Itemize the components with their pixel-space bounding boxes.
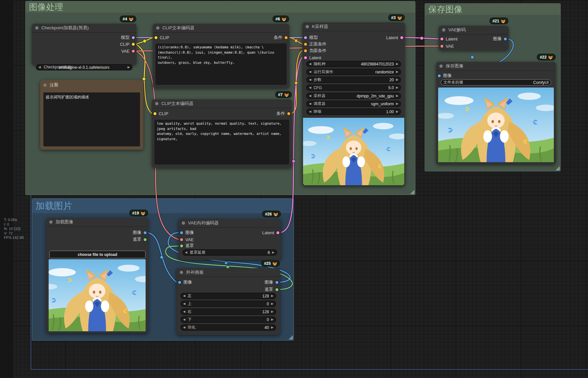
seed-widget[interactable]: ◀ 随机种 480298847012023 ▶: [306, 61, 401, 67]
node-clip-text-encode-negative[interactable]: #7 CLIP文本编码器 CLIP 条件 low quality, worst …: [152, 99, 292, 168]
latent-port-icon[interactable]: [304, 56, 307, 59]
decrement-arrow-icon[interactable]: ◀: [309, 70, 311, 73]
input-slot-latent[interactable]: Latent: [304, 54, 321, 61]
positive-prompt-textarea[interactable]: (ciloranko:0.8), sakyumama (kedama milk)…: [155, 43, 287, 85]
input-slot-image[interactable]: 图像: [438, 72, 452, 79]
output-slot-image[interactable]: 图像: [133, 229, 147, 236]
decrement-arrow-icon[interactable]: ◀: [183, 310, 185, 313]
input-slot-model[interactable]: 模型: [304, 34, 318, 41]
feathering-widget[interactable]: ◀ 羽化 40 ▶: [180, 324, 276, 331]
increment-arrow-icon[interactable]: ▶: [396, 78, 398, 81]
group-resize-handle[interactable]: [410, 190, 414, 194]
mask-port-icon[interactable]: [180, 244, 183, 247]
output-slot-latent[interactable]: Latent: [386, 34, 403, 41]
input-slot-vae[interactable]: VAE: [440, 43, 454, 49]
input-slot-image[interactable]: 图像: [180, 229, 194, 236]
input-slot-image[interactable]: 图像: [178, 279, 192, 286]
increment-arrow-icon[interactable]: ▶: [396, 110, 398, 113]
decrement-arrow-icon[interactable]: ◀: [309, 94, 311, 97]
checkpoint-name-combo[interactable]: ◀ Checkpoint名称 animagine-xl-3.1.safetens…: [36, 64, 132, 70]
output-slot-image[interactable]: 图像: [265, 279, 278, 286]
image-port-icon[interactable]: [178, 281, 181, 284]
output-slot-latent[interactable]: Latent: [262, 229, 279, 236]
negative-prompt-textarea[interactable]: low quality, worst quality, normal quali…: [154, 120, 289, 164]
image-port-icon[interactable]: [275, 281, 278, 284]
input-slot-latent[interactable]: Latent: [440, 36, 458, 42]
increment-arrow-icon[interactable]: ▶: [396, 94, 398, 97]
decrement-arrow-icon[interactable]: ◀: [183, 326, 185, 329]
group-resize-handle[interactable]: [289, 335, 293, 340]
mask-port-icon[interactable]: [275, 288, 278, 291]
clip-port-icon[interactable]: [153, 112, 156, 115]
cfg-widget[interactable]: ◀ CFG 5.0 ▶: [306, 85, 401, 91]
group-image-processing-titlebar[interactable]: 图像处理: [26, 1, 415, 13]
note-text-area[interactable]: 提示词写扩图区域的描述: [43, 92, 140, 146]
node-titlebar[interactable]: CLIP文本编码器: [153, 24, 289, 33]
output-slot-mask[interactable]: 遮罩: [265, 286, 278, 293]
latent-port-icon[interactable]: [400, 36, 403, 39]
node-titlebar[interactable]: VAE内补编码器: [178, 219, 281, 228]
increment-arrow-icon[interactable]: ▶: [128, 66, 130, 69]
increment-arrow-icon[interactable]: ▶: [272, 251, 274, 254]
pad-left-widget[interactable]: ◀ 左 128 ▶: [180, 293, 276, 299]
increment-arrow-icon[interactable]: ▶: [396, 102, 398, 105]
increment-arrow-icon[interactable]: ▶: [271, 318, 273, 321]
pad-top-widget[interactable]: ◀ 上 0 ▶: [180, 301, 276, 307]
clip-port-icon[interactable]: [132, 43, 135, 46]
node-vae-decode[interactable]: #21 VAE解码 Latent 图像 VAE: [439, 26, 508, 50]
node-save-image[interactable]: #22 保存图像 图像 文件名前缀 ComfyUI: [436, 62, 556, 164]
denoise-widget[interactable]: ◀ 降噪 1.00 ▶: [306, 109, 401, 115]
node-titlebar[interactable]: VAE解码: [439, 26, 508, 35]
output-slot-mask[interactable]: 遮罩: [133, 236, 147, 243]
node-canvas[interactable]: 图像处理 保存图像 加载图片: [0, 0, 588, 378]
increment-arrow-icon[interactable]: ▶: [271, 302, 273, 305]
image-port-icon[interactable]: [438, 74, 441, 77]
increment-arrow-icon[interactable]: ▶: [396, 86, 398, 89]
sampler-widget[interactable]: ◀ 采样器 dpmpp_2m_sde_gpu ▶: [306, 93, 401, 99]
vae-port-icon[interactable]: [132, 50, 135, 53]
pad-bottom-widget[interactable]: ◀ 下 0 ▶: [180, 316, 276, 323]
conditioning-port-icon[interactable]: [287, 112, 290, 115]
output-slot-conditioning[interactable]: 条件: [274, 34, 288, 41]
output-slot-vae[interactable]: VAE: [121, 48, 135, 54]
node-titlebar[interactable]: CLIP文本编码器: [152, 99, 292, 108]
conditioning-port-icon[interactable]: [304, 49, 307, 52]
grow-mask-widget[interactable]: ◀ 遮罩延展 6 ▶: [182, 249, 277, 256]
scheduler-widget[interactable]: ◀ 调度器 sgm_uniform ▶: [306, 101, 401, 107]
input-slot-negative[interactable]: 负面条件: [304, 47, 326, 54]
decrement-arrow-icon[interactable]: ◀: [309, 86, 311, 89]
conditioning-port-icon[interactable]: [285, 36, 288, 39]
latent-port-icon[interactable]: [440, 38, 443, 40]
node-titlebar[interactable]: 外补画板: [176, 268, 280, 277]
node-checkpoint-loader[interactable]: #4 Checkpoint加载器(简易) 模型 CLIP VAE ◀ Check…: [32, 24, 136, 65]
increment-arrow-icon[interactable]: ▶: [396, 70, 398, 73]
latent-port-icon[interactable]: [276, 231, 279, 234]
node-titlebar[interactable]: 保存图像: [436, 62, 556, 71]
node-clip-text-encode-positive[interactable]: #6 CLIP文本编码器 CLIP 条件 (ciloranko:0.8), sa…: [153, 24, 289, 88]
group-resize-handle[interactable]: [555, 166, 560, 170]
model-port-icon[interactable]: [132, 36, 135, 39]
conditioning-port-icon[interactable]: [304, 43, 307, 46]
output-slot-model[interactable]: 模型: [121, 34, 135, 41]
node-note[interactable]: 注释 提示词写扩图区域的描述: [40, 80, 143, 150]
node-titlebar[interactable]: 注释: [40, 80, 143, 90]
vae-port-icon[interactable]: [440, 45, 443, 48]
increment-arrow-icon[interactable]: ▶: [271, 294, 273, 297]
decrement-arrow-icon[interactable]: ◀: [309, 63, 311, 65]
decrement-arrow-icon[interactable]: ◀: [183, 294, 185, 297]
pad-right-widget[interactable]: ◀ 右 128 ▶: [180, 309, 276, 315]
output-slot-image[interactable]: 图像: [493, 36, 507, 42]
node-vae-encode-inpaint[interactable]: #26 VAE内补编码器 图像 Latent VAE 遮罩 ◀ 遮罩延展 6 ▶: [178, 219, 281, 260]
input-slot-positive[interactable]: 正面条件: [304, 41, 326, 47]
mask-port-icon[interactable]: [144, 238, 147, 241]
clip-port-icon[interactable]: [154, 36, 157, 39]
node-load-image[interactable]: #19 加载图像 图像 遮罩 ◀ 图像 input_to_inpaint_wor…: [46, 218, 148, 333]
input-slot-clip[interactable]: CLIP: [153, 110, 168, 117]
node-titlebar[interactable]: K采样器: [302, 22, 405, 31]
increment-arrow-icon[interactable]: ▶: [271, 326, 273, 329]
node-titlebar[interactable]: Checkpoint加载器(简易): [32, 24, 136, 33]
output-slot-conditioning[interactable]: 条件: [276, 110, 290, 117]
group-load-image-titlebar[interactable]: 加载图片: [32, 199, 294, 213]
steps-widget[interactable]: ◀ 步数 20 ▶: [306, 77, 401, 83]
input-slot-clip[interactable]: CLIP: [154, 34, 169, 41]
